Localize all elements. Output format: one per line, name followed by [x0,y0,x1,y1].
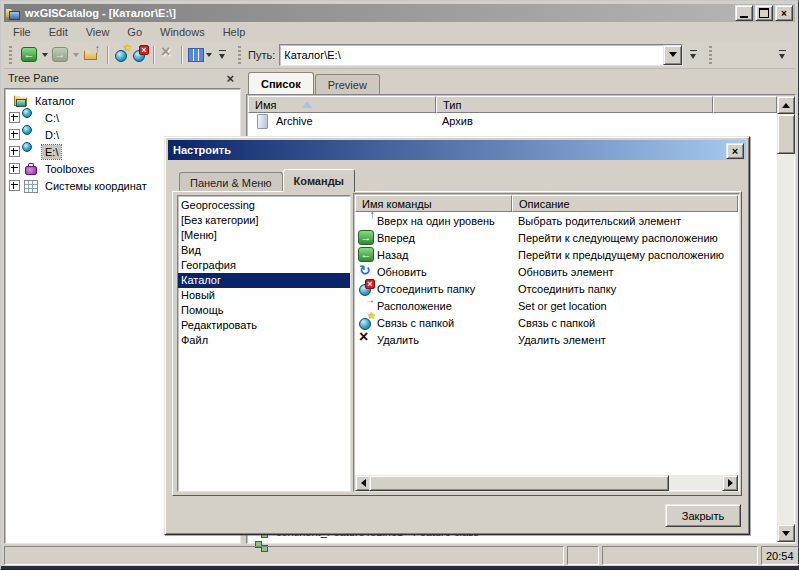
close-dialog-button[interactable]: Закрыть [665,504,741,527]
view-tabs: Список Preview [248,73,380,94]
menu-item[interactable]: Windows [151,24,214,40]
category-item[interactable]: Редактировать [178,318,350,333]
scroll-right-button[interactable] [722,475,738,491]
command-row[interactable]: Назад Перейти к предыдущему расположению [355,246,738,263]
vertical-scrollbar[interactable] [777,96,794,542]
command-name: Расположение [377,300,452,312]
tree-item-icon [23,144,39,159]
globe-connect-icon [114,47,130,62]
maximize-icon [759,8,769,18]
category-item[interactable]: Каталог [178,273,350,288]
title-bar[interactable]: wxGISCatalog - [Каталог\E:\] × [4,4,795,22]
path-value[interactable]: Каталог\E:\ [280,49,663,61]
window-title: wxGISCatalog - [Каталог\E:\] [25,7,176,19]
command-row[interactable]: Вперед Перейти к следующему расположению [355,229,738,246]
command-description: Отсоединить папку [512,283,738,295]
view-mode-button[interactable] [187,44,205,66]
tree-item-label: C:\ [42,111,62,125]
command-description: Выбрать родительский элемент [512,215,738,227]
command-name: Назад [377,249,409,261]
scrollbar-thumb[interactable] [777,114,795,154]
commands-table: Имя команды Описание Вверх на один урове… [353,193,740,492]
scroll-up-button[interactable] [777,96,795,114]
dialog-title: Настроить [173,144,231,156]
connect-folder-button[interactable] [113,44,131,66]
expand-plus-icon[interactable] [9,180,20,191]
up-one-level-button[interactable] [79,44,103,66]
command-row[interactable]: Связь с папкой Связь с папкой [355,314,738,331]
toolbar-overflow-chevron-icon[interactable] [689,48,698,62]
command-row[interactable]: Обновить Обновить элемент [355,263,738,280]
category-item[interactable]: [Меню] [178,228,350,243]
maximize-button[interactable] [755,5,773,21]
toolbar-grip[interactable] [9,46,12,64]
tree-item-label: Каталог [32,94,78,108]
path-dropdown-button[interactable] [663,45,682,65]
minimize-button[interactable] [735,5,753,21]
column-header-description[interactable]: Описание [512,195,738,212]
path-combobox[interactable]: Каталог\E:\ [279,44,683,66]
toolbar-overflow-chevron-icon[interactable] [778,48,787,62]
tree-pane-close-icon[interactable]: × [223,71,237,86]
scroll-down-button[interactable] [777,524,795,542]
menu-item[interactable]: Edit [40,24,77,40]
disconnect-folder-button[interactable] [131,44,149,66]
item-name: Archive [276,115,313,127]
expand-plus-icon[interactable] [9,129,20,140]
command-row[interactable]: Вверх на один уровень Выбрать родительск… [355,212,738,229]
column-header-command-name[interactable]: Имя команды [355,195,512,212]
horizontal-scrollbar[interactable] [355,475,738,490]
item-type: Архив [436,115,713,127]
expand-plus-icon[interactable] [9,112,20,123]
tree-item[interactable]: Каталог [5,92,240,109]
status-panel-small [567,546,599,565]
command-icon [358,332,374,347]
command-name: Вперед [377,232,415,244]
category-item[interactable]: Помощь [178,303,350,318]
expand-plus-icon[interactable] [9,146,20,157]
dialog-close-button[interactable]: × [726,143,744,159]
menu-item[interactable]: File [4,24,40,40]
tab-commands[interactable]: Команды [283,169,355,192]
tree-pane-caption[interactable]: Tree Pane × [4,69,241,87]
category-item[interactable]: Файл [178,333,350,348]
category-item[interactable]: Новый [178,288,350,303]
menu-item[interactable]: Go [118,24,151,40]
scrollbar-thumb[interactable] [369,475,669,491]
menu-item[interactable]: Help [214,24,255,40]
tree-item-icon [13,93,29,108]
menu-item[interactable]: View [77,24,119,40]
close-button[interactable]: × [775,5,793,21]
status-panel-progress [602,546,758,565]
toolbar-grip[interactable] [238,46,241,64]
column-header-name[interactable]: Имя [248,96,436,113]
expand-plus-icon[interactable] [9,163,20,174]
category-item[interactable]: Geoprocessing [178,198,350,213]
back-button[interactable] [17,44,41,66]
category-item[interactable]: [Без категории] [178,213,350,228]
app-icon [6,7,21,20]
menu-bar: File Edit View Go Windows Help [4,23,795,40]
command-name: Вверх на один уровень [377,215,495,227]
command-row[interactable]: Отсоединить папку Отсоединить папку [355,280,738,297]
command-row[interactable]: Удалить Удалить элемент [355,331,738,348]
dialog-title-bar[interactable]: Настроить [168,140,746,160]
column-header-type[interactable]: Тип [436,96,713,113]
tree-item-label: Системы координат [42,179,150,193]
view-dropdown-caret-icon[interactable] [206,53,212,57]
category-item[interactable]: Вид [178,243,350,258]
table-row[interactable]: Archive Архив [248,113,777,129]
tab-list[interactable]: Список [248,72,314,94]
toolbar-grip[interactable] [709,46,712,64]
column-header-empty[interactable] [713,96,777,113]
tab-panels-menus[interactable]: Панели & Меню [179,172,283,192]
command-row[interactable]: Расположение Set or get location [355,297,738,314]
tab-preview[interactable]: Preview [315,74,380,94]
category-item[interactable]: География [178,258,350,273]
triangle-left-icon [361,479,366,487]
toolbar-overflow-chevron-icon[interactable] [218,48,227,62]
globe-disconnect-icon [132,47,148,62]
tree-item[interactable]: C:\ [5,109,240,126]
command-name: Удалить [377,334,419,346]
tree-item-label: E:\ [42,145,61,159]
